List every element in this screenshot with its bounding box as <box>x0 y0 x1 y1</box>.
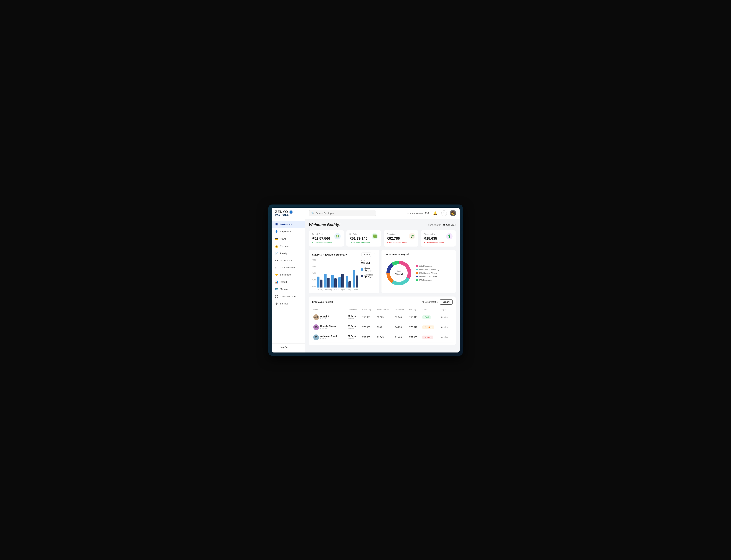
dev-label: 10% Developers <box>419 279 433 281</box>
payroll-table: Name Paid Days Gross Pay Statutory Pay D… <box>312 307 453 342</box>
payroll-section: Employee Payroll All Department ▾ Export <box>309 297 456 345</box>
avatar[interactable]: 🧑 <box>450 210 456 216</box>
department-filter[interactable]: All Department ▾ <box>422 301 438 303</box>
sidebar-item-employees[interactable]: 👤 Employees <box>271 228 305 235</box>
sidebar-label-expense: Expense <box>280 245 289 247</box>
stat-label-net-salary: Net Salary <box>349 233 372 235</box>
stat-value-net-salary: ₹51,79,145 <box>349 236 372 241</box>
dept-chevron-icon: ▾ <box>437 301 438 303</box>
legend-allowance: Allowance ₹3.3M <box>361 274 376 279</box>
help-icon: ? <box>443 212 445 215</box>
sidebar-item-settlement[interactable]: 🤝 Settlement <box>271 271 305 278</box>
search-input[interactable] <box>316 212 373 215</box>
sidebar-item-logout[interactable]: → Log Out <box>271 343 305 351</box>
view-label-0: View <box>444 316 449 318</box>
payroll-header: Employee Payroll All Department ▾ Export <box>312 299 453 305</box>
salary-chart-body: ₹8M ₹6M ₹4M ₹2M ₹0M <box>312 259 376 291</box>
col-status: Status <box>421 307 440 312</box>
logo-zeny: ZENYO 🔵 <box>275 210 309 214</box>
sidebar-item-settings[interactable]: ⚙ Settings <box>271 300 305 307</box>
sidebar-label-customer-care: Customer Care <box>280 295 295 298</box>
sidebar-item-compensation[interactable]: 🏷 Compensation <box>271 264 305 271</box>
sidebar-item-payroll[interactable]: 💳 Payroll <box>271 235 305 242</box>
bar-jan-salary <box>317 277 319 288</box>
legend-salary: Salary ₹5.2M <box>361 267 376 272</box>
payment-date: Payment Date: 31 July, 2024 <box>428 224 456 226</box>
report-icon: 📊 <box>275 280 278 284</box>
payslip-icon: 📄 <box>275 252 278 255</box>
sidebar-label-employees: Employees <box>280 230 291 233</box>
allowance-dot <box>361 275 363 277</box>
stat-label-statutory: Statutory Pay <box>424 233 446 235</box>
payment-date-value: 31 July, 2024 <box>443 224 456 226</box>
sidebar-label-payslip: Payslip <box>280 252 287 255</box>
cell-days-0: 21 Days Monthly <box>347 312 361 322</box>
bar-jun-salary <box>353 270 355 288</box>
view-payslip-2[interactable]: 👁 View <box>441 336 452 339</box>
cell-gross-2: ₹62,500 <box>361 332 376 342</box>
sidebar-item-report[interactable]: 📊 Report <box>271 278 305 286</box>
stat-card-net-salary: Net Salary ₹51,79,145 ● 07% since last m… <box>346 230 381 247</box>
emp-name-1: Rumela Biswas <box>320 325 336 327</box>
donut-legend-dev: 10% Developers <box>416 279 439 281</box>
y-label-0m: ₹0M <box>312 286 316 288</box>
donut-center-label: Total ₹5.2M <box>395 270 403 276</box>
total-employees: Total Employees: 333 <box>407 212 429 215</box>
dept-chart-menu-button[interactable]: ⋮ <box>449 253 453 256</box>
search-bar[interactable]: 🔍 <box>309 210 376 216</box>
view-label-1: View <box>444 326 449 328</box>
cell-payslip-1[interactable]: 👁 View <box>440 322 453 332</box>
year-filter-button[interactable]: 2024 ▾ <box>361 253 371 257</box>
col-payslip: Payslip <box>440 307 453 312</box>
cell-payslip-0[interactable]: 👁 View <box>440 312 453 322</box>
sidebar-item-customer-care[interactable]: 🎧 Customer Care <box>271 293 305 300</box>
logo-area: ZENYO 🔵 PAYROLL <box>275 210 309 216</box>
emp-id-0: EMP025 <box>320 317 329 319</box>
payroll-icon: 💳 <box>275 237 278 241</box>
stat-value-deduction: ₹62,786 <box>387 236 409 241</box>
salary-bars-area: January February March April May June <box>317 259 358 291</box>
view-payslip-1[interactable]: 👁 View <box>441 326 452 328</box>
stat-label-payroll-cost: Payroll Cost <box>312 233 334 235</box>
bar-group-jan <box>317 277 322 288</box>
welcome-row: Welcome Buddy! Payment Date: 31 July, 20… <box>309 223 456 227</box>
settlement-icon: 🤝 <box>275 273 278 276</box>
bar-month-labels: January February March April May June <box>317 289 358 291</box>
dept-filter-label: All Department <box>422 301 436 303</box>
cell-name-1: RB Rumela Biswas EMP017 <box>312 322 347 332</box>
sidebar-label-it-declaration: IT Declaration <box>280 259 294 262</box>
eye-icon-0: 👁 <box>441 316 443 318</box>
sidebar-item-payslip[interactable]: 📄 Payslip <box>271 250 305 257</box>
donut-legend-content: 15% Content Writers <box>416 272 439 274</box>
help-button[interactable]: ? <box>441 210 447 216</box>
sidebar-item-dashboard[interactable]: ⊞ Dashboard <box>271 221 305 228</box>
notification-button[interactable]: 🔔 <box>432 210 439 216</box>
salary-chart-legend: Total ₹8.7M Salary ₹5.2M <box>358 259 376 291</box>
sidebar-label-settlement: Settlement <box>280 273 291 276</box>
bar-group-mar <box>331 275 336 288</box>
cell-days-2: 22 Days Monthly <box>347 332 361 342</box>
emp-avatar-1: RB <box>313 324 319 330</box>
header-right: Total Employees: 333 🔔 ? 🧑 <box>407 210 456 216</box>
chevron-down-icon: ▾ <box>369 253 370 256</box>
it-declaration-icon: 🗂 <box>275 259 278 262</box>
cell-name-0: AM Anand M EMP025 <box>312 312 347 322</box>
salary-legend-label: Salary <box>364 267 372 269</box>
sidebar-item-it-declaration[interactable]: 🗂 IT Declaration <box>271 257 305 264</box>
export-button[interactable]: Export <box>440 299 452 305</box>
bar-apr-salary <box>338 277 341 288</box>
sidebar-label-report: Report <box>280 281 287 283</box>
eye-icon-2: 👁 <box>441 336 443 339</box>
sales-dot <box>416 269 418 270</box>
donut-total-label: Total <box>395 270 403 272</box>
sidebar-item-expense[interactable]: 💰 Expense <box>271 242 305 250</box>
total-employees-value: 333 <box>425 212 429 215</box>
content-label: 15% Content Writers <box>419 272 437 274</box>
sidebar-item-my-info[interactable]: 🪪 My Info <box>271 286 305 293</box>
salary-chart-menu-button[interactable]: ⋮ <box>373 253 376 257</box>
stat-card-deduction: Deduction ₹62,786 ● 03% since last month… <box>384 230 419 247</box>
month-mar: March <box>334 289 339 291</box>
cell-deduction-1: ₹4,250 <box>394 322 408 332</box>
cell-payslip-2[interactable]: 👁 View <box>440 332 453 342</box>
view-payslip-0[interactable]: 👁 View <box>441 316 452 318</box>
